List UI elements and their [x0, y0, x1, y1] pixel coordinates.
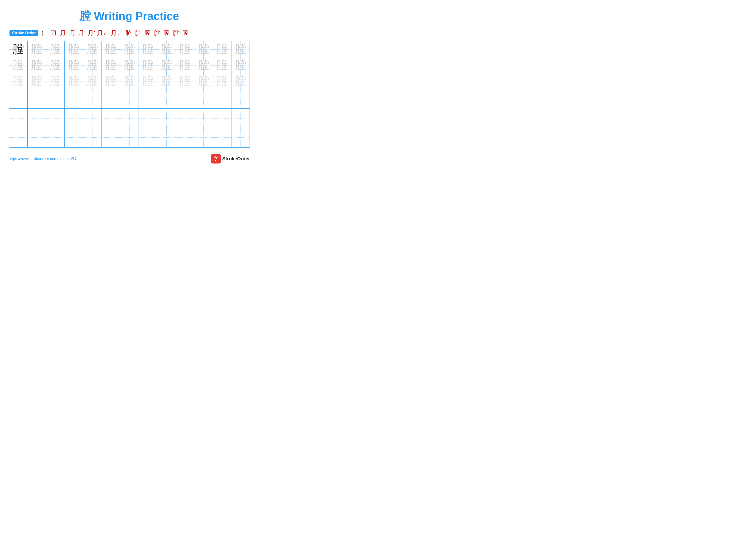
footer: https://www.strokeorder.com/chinese/膛 字 … [9, 154, 250, 164]
stroke-step-0: ） [40, 29, 48, 37]
cell-r6-c4 [65, 128, 83, 147]
practice-row-5 [9, 109, 250, 128]
stroke-step-12: 膛 [162, 29, 170, 37]
practice-row-6 [9, 128, 250, 147]
cell-r5-c2 [27, 109, 46, 128]
cell-r1-c11: 膛 [194, 41, 213, 57]
footer-brand: 字 StrokeOrder [211, 154, 250, 164]
cell-r4-c3 [46, 89, 65, 109]
cell-r4-c13 [231, 89, 250, 109]
cell-r2-c4: 膛 [65, 57, 83, 73]
cell-r5-c9 [157, 109, 176, 128]
stroke-step-4: 月' [78, 29, 86, 37]
cell-r2-c12: 膛 [213, 57, 231, 73]
cell-r6-c12 [213, 128, 231, 147]
cell-r2-c1: 膛 [9, 57, 27, 73]
cell-r2-c6: 膛 [101, 57, 120, 73]
stroke-step-8: 胪 [124, 29, 132, 37]
stroke-step-10: 膛 [144, 29, 151, 37]
practice-row-2: 膛 膛 膛 膛 膛 膛 膛 膛 膛 膛 膛 膛 膛 [9, 57, 250, 73]
cell-r4-c4 [65, 89, 83, 109]
stroke-step-1: 刀 [50, 29, 57, 37]
cell-r2-c5: 膛 [83, 57, 101, 73]
cell-r3-c10: 膛 [176, 73, 194, 89]
cell-r2-c8: 膛 [139, 57, 157, 73]
cell-r3-c11: 膛 [194, 73, 213, 89]
cell-r3-c13: 膛 [231, 73, 250, 89]
practice-row-3: 膛 膛 膛 膛 膛 膛 膛 膛 膛 膛 膛 膛 膛 [9, 73, 250, 89]
cell-r4-c10 [176, 89, 194, 109]
footer-brand-name: StrokeOrder [222, 156, 250, 162]
cell-r4-c11 [194, 89, 213, 109]
cell-r4-c2 [27, 89, 46, 109]
cell-r1-c6: 膛 [101, 41, 120, 57]
practice-row-1: 膛 膛 膛 膛 膛 膛 膛 膛 膛 膛 膛 膛 膛 [9, 41, 250, 57]
cell-r5-c12 [213, 109, 231, 128]
stroke-step-6: 月↙ [97, 29, 109, 37]
cell-r1-c1: 膛 [9, 41, 27, 57]
cell-r4-c6 [101, 89, 120, 109]
stroke-step-14: 膛 [181, 29, 189, 37]
cell-r6-c9 [157, 128, 176, 147]
cell-r5-c10 [176, 109, 194, 128]
cell-r6-c8 [139, 128, 157, 147]
cell-r5-c6 [101, 109, 120, 128]
cell-r2-c13: 膛 [231, 57, 250, 73]
cell-r3-c4: 膛 [65, 73, 83, 89]
stroke-step-2: 月 [59, 29, 67, 37]
cell-r4-c12 [213, 89, 231, 109]
cell-r4-c1 [9, 89, 27, 109]
cell-r3-c3: 膛 [46, 73, 65, 89]
cell-r1-c5: 膛 [83, 41, 101, 57]
cell-r1-c12: 膛 [213, 41, 231, 57]
stroke-step-5: 月' [88, 29, 95, 37]
cell-r1-c4: 膛 [65, 41, 83, 57]
cell-r3-c5: 膛 [83, 73, 101, 89]
cell-r5-c7 [120, 109, 139, 128]
cell-r1-c3: 膛 [46, 41, 65, 57]
stroke-step-9: 胪 [134, 29, 142, 37]
stroke-step-7: 月↙ [111, 29, 123, 37]
cell-r5-c13 [231, 109, 250, 128]
cell-r6-c3 [46, 128, 65, 147]
cell-r2-c11: 膛 [194, 57, 213, 73]
cell-r5-c5 [83, 109, 101, 128]
practice-row-4 [9, 89, 250, 109]
stroke-step-13: 膛 [172, 29, 180, 37]
cell-r6-c5 [83, 128, 101, 147]
stroke-step-3: 月 [68, 29, 76, 37]
cell-r2-c2: 膛 [27, 57, 46, 73]
cell-r1-c8: 膛 [139, 41, 157, 57]
cell-r6-c11 [194, 128, 213, 147]
cell-r1-c9: 膛 [157, 41, 176, 57]
cell-r6-c6 [101, 128, 120, 147]
cell-r2-c9: 膛 [157, 57, 176, 73]
cell-r6-c7 [120, 128, 139, 147]
cell-r2-c3: 膛 [46, 57, 65, 73]
cell-r3-c8: 膛 [139, 73, 157, 89]
cell-r2-c10: 膛 [176, 57, 194, 73]
cell-r3-c7: 膛 [120, 73, 139, 89]
cell-r5-c8 [139, 109, 157, 128]
cell-r3-c1: 膛 [9, 73, 27, 89]
cell-r1-c13: 膛 [231, 41, 250, 57]
cell-r6-c10 [176, 128, 194, 147]
cell-r2-c7: 膛 [120, 57, 139, 73]
cell-r1-c2: 膛 [27, 41, 46, 57]
cell-r5-c4 [65, 109, 83, 128]
footer-logo-icon: 字 [211, 154, 221, 164]
cell-r3-c2: 膛 [27, 73, 46, 89]
cell-r6-c1 [9, 128, 27, 147]
cell-r5-c11 [194, 109, 213, 128]
stroke-order-row: Stroke Order ） 刀 月 月 月' 月' 月↙ 月↙ 胪 胪 膛 膛… [9, 29, 250, 37]
cell-r4-c5 [83, 89, 101, 109]
cell-r3-c6: 膛 [101, 73, 120, 89]
stroke-order-badge: Stroke Order [10, 30, 39, 36]
page-title: 膛 Writing Practice [9, 9, 250, 24]
practice-grid: 膛 膛 膛 膛 膛 膛 膛 膛 膛 膛 膛 膛 膛 膛 膛 膛 膛 膛 膛 膛 … [9, 41, 250, 147]
cell-r4-c7 [120, 89, 139, 109]
cell-r1-c10: 膛 [176, 41, 194, 57]
stroke-step-11: 膛 [153, 29, 161, 37]
cell-r4-c9 [157, 89, 176, 109]
cell-r5-c3 [46, 109, 65, 128]
